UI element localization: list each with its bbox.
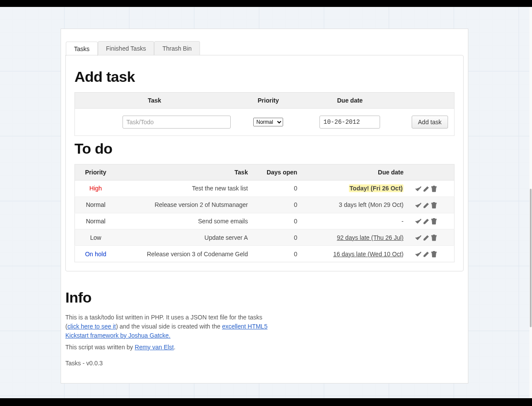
svg-rect-1: [433, 186, 435, 187]
cell-due: 3 days left (Mon 29 Oct): [303, 197, 409, 213]
trash-icon[interactable]: [431, 251, 437, 258]
col-header-task: Task: [75, 93, 234, 109]
cell-priority: On hold: [75, 246, 116, 262]
tab-label: Thrash Bin: [162, 45, 192, 52]
cell-due: 16 days late (Wed 10 Oct): [303, 246, 409, 262]
letterbox-top: [0, 0, 532, 7]
col-header-task: Task: [116, 164, 253, 180]
cell-actions: [409, 213, 454, 229]
cell-task: Send some emails: [116, 213, 253, 229]
letterbox-bottom: [0, 398, 532, 406]
cell-due: Today! (Fri 26 Oct): [303, 180, 409, 197]
cell-days-open: 0: [253, 246, 303, 262]
add-task-button[interactable]: Add task: [412, 116, 448, 129]
info-link-author[interactable]: Remy van Elst: [135, 344, 174, 351]
col-header-days-open: Days open: [253, 164, 303, 180]
cell-days-open: 0: [253, 213, 303, 229]
pencil-icon[interactable]: [423, 235, 429, 241]
pencil-icon[interactable]: [423, 251, 429, 258]
trash-icon[interactable]: [431, 202, 437, 209]
cell-due: -: [303, 213, 409, 229]
todo-heading: To do: [74, 140, 455, 157]
pencil-icon[interactable]: [423, 186, 429, 192]
tabs: Tasks Finished Tasks Thrash Bin: [66, 41, 200, 55]
cell-task: Update server A: [116, 229, 253, 246]
cell-days-open: 0: [253, 180, 303, 197]
todo-table: Priority Task Days open Due date HighTes…: [74, 164, 455, 262]
tab-thrash-bin[interactable]: Thrash Bin: [154, 41, 200, 55]
col-header-priority: Priority: [234, 93, 303, 109]
tab-tasks[interactable]: Tasks: [66, 42, 98, 56]
trash-icon[interactable]: [431, 218, 437, 225]
tabs-container: Tasks Finished Tasks Thrash Bin: [61, 29, 468, 55]
cell-days-open: 0: [253, 229, 303, 246]
col-header-due: Due date: [303, 93, 397, 109]
cell-task: Test the new task list: [116, 180, 253, 197]
cell-actions: [409, 246, 454, 262]
cell-actions: [409, 180, 454, 197]
info-paragraph-1: This is a task/todo list written in PHP.…: [65, 313, 273, 340]
trash-icon[interactable]: [431, 235, 437, 241]
svg-rect-21: [433, 251, 435, 252]
table-row: NormalRelease version 2 of Nutsmanager03…: [75, 197, 455, 213]
info-heading: Info: [65, 289, 464, 306]
table-row: LowUpdate server A092 days late (Thu 26 …: [75, 229, 455, 246]
col-header-due: Due date: [303, 164, 409, 180]
check-icon[interactable]: [415, 202, 422, 209]
cell-actions: [409, 197, 454, 213]
main-panel: Tasks Finished Tasks Thrash Bin Add task…: [61, 29, 468, 383]
add-task-form: Task Priority Due date Low: [74, 92, 455, 136]
col-header-blank: [397, 93, 455, 109]
info-paragraph-2: This script was written by Remy van Elst…: [65, 343, 273, 352]
cell-priority: High: [75, 180, 116, 197]
tab-panel-tasks: Add task Task Priority Due date: [65, 55, 464, 271]
tab-label: Tasks: [74, 45, 90, 52]
check-icon[interactable]: [415, 235, 422, 241]
cell-priority: Normal: [75, 213, 116, 229]
cell-priority: Low: [75, 229, 116, 246]
col-header-priority: Priority: [75, 164, 116, 180]
cell-task: Release version 3 of Codename Geld: [116, 246, 253, 262]
svg-rect-11: [433, 218, 435, 219]
info-section: Info This is a task/todo list written in…: [65, 289, 464, 368]
table-row: On holdRelease version 3 of Codename Gel…: [75, 246, 455, 262]
svg-rect-6: [433, 202, 435, 203]
table-row: NormalSend some emails0-: [75, 213, 455, 229]
cell-task: Release version 2 of Nutsmanager: [116, 197, 253, 213]
page-background: Tasks Finished Tasks Thrash Bin Add task…: [0, 7, 529, 398]
check-icon[interactable]: [415, 251, 422, 258]
priority-select[interactable]: Low Normal High On hold: [253, 118, 283, 126]
pencil-icon[interactable]: [423, 218, 429, 225]
cell-due: 92 days late (Thu 26 Jul): [303, 229, 409, 246]
col-header-actions: [409, 164, 454, 180]
info-version: Tasks - v0.0.3: [65, 359, 273, 368]
trash-icon[interactable]: [431, 186, 437, 192]
check-icon[interactable]: [415, 218, 422, 225]
task-input[interactable]: [123, 116, 231, 129]
table-row: HighTest the new task list0Today! (Fri 2…: [75, 180, 455, 197]
pencil-icon[interactable]: [423, 202, 429, 209]
cell-days-open: 0: [253, 197, 303, 213]
due-date-input[interactable]: [319, 116, 380, 129]
check-icon[interactable]: [415, 186, 422, 192]
svg-rect-16: [433, 235, 435, 235]
info-link-json[interactable]: click here to see it: [68, 323, 116, 330]
tab-label: Finished Tasks: [106, 45, 146, 52]
tab-finished-tasks[interactable]: Finished Tasks: [98, 41, 154, 55]
add-task-heading: Add task: [74, 68, 455, 85]
cell-priority: Normal: [75, 197, 116, 213]
scrollbar-track[interactable]: [529, 7, 532, 398]
cell-actions: [409, 229, 454, 246]
scrollbar-thumb[interactable]: [530, 189, 532, 327]
